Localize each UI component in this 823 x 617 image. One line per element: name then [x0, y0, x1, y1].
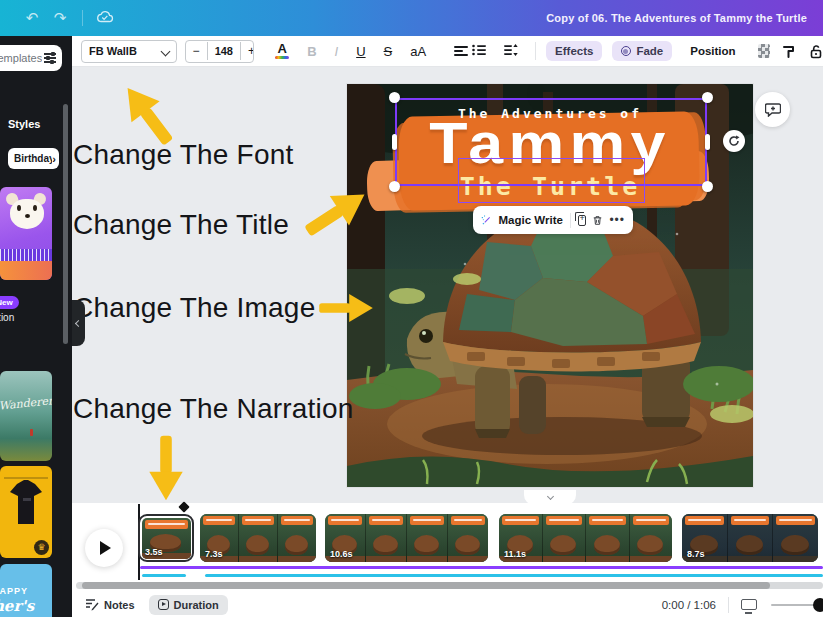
templates-search-input[interactable]: Templates: [0, 45, 62, 71]
font-size-value[interactable]: 148: [207, 42, 241, 60]
resize-handle-top-left[interactable]: [389, 92, 400, 103]
frame-title-banner: [203, 516, 235, 525]
frame-turtle: [373, 535, 398, 555]
frame-turtle: [594, 535, 620, 555]
playhead-marker[interactable]: [178, 501, 189, 512]
trash-icon[interactable]: [593, 214, 602, 227]
timeline-scrollbar: [76, 582, 823, 589]
frame-title-banner: [776, 516, 815, 525]
filter-sliders-icon[interactable]: [44, 51, 56, 65]
bottombar-divider: [728, 597, 729, 613]
more-options-button[interactable]: •••: [609, 213, 625, 227]
notes-icon: [85, 598, 99, 611]
template-caption-line: ady: [0, 326, 62, 337]
video-canvas[interactable]: The Adventures of Tammy The Turtle Magic…: [347, 84, 753, 487]
timeline-panel: 3.5s7.3s10.6s11.1s8.7s: [72, 503, 823, 592]
frame-title-banner: [731, 516, 770, 525]
bold-button[interactable]: B: [300, 41, 323, 62]
position-button[interactable]: Position: [682, 41, 743, 61]
clip-frame: [543, 514, 587, 562]
transparency-icon[interactable]: [758, 44, 770, 58]
underline-button[interactable]: U: [349, 41, 372, 62]
fade-button[interactable]: Fade: [612, 41, 672, 61]
text-color-button[interactable]: A: [268, 40, 296, 62]
tshirt-graphic: [0, 476, 52, 536]
strikethrough-button[interactable]: S: [377, 41, 400, 62]
resize-handle-bottom-right[interactable]: [702, 181, 713, 192]
sync-rotate-button[interactable]: [723, 130, 745, 152]
effects-button[interactable]: Effects: [546, 41, 602, 61]
audio-track-segment[interactable]: [142, 574, 186, 577]
timeline-clip[interactable]: 10.6s: [325, 514, 488, 562]
resize-handle-right[interactable]: [705, 134, 710, 150]
styles-label: Styles: [8, 118, 40, 130]
frame-title-banner: [242, 516, 274, 525]
font-size-increase-button[interactable]: +: [241, 44, 254, 58]
clip-duration: 11.1s: [504, 549, 526, 559]
timeline-clip[interactable]: 3.5s: [138, 514, 194, 562]
frame-title-banner: [281, 516, 313, 525]
sidebar: Templates Styles Birthday › New cription…: [0, 36, 72, 617]
document-title[interactable]: Copy of 06. The Adventures of Tammy the …: [546, 0, 807, 36]
timeline-clip[interactable]: 11.1s: [499, 514, 672, 562]
undo-icon[interactable]: ↶: [18, 9, 46, 27]
fade-icon: [621, 46, 631, 56]
slider-knob[interactable]: [813, 598, 823, 612]
font-name: FB WallB: [89, 45, 137, 57]
frame-turtle: [246, 535, 270, 555]
duplicate-icon[interactable]: [578, 215, 587, 226]
font-selector[interactable]: FB WallB: [81, 40, 177, 63]
frame-title-banner: [145, 520, 188, 529]
clips-row: 3.5s7.3s10.6s11.1s8.7s: [72, 514, 823, 562]
timeline-clip[interactable]: 8.7s: [682, 514, 818, 562]
template-thumbnail-wanderer[interactable]: Wanderer: [0, 371, 52, 461]
audio-waveform: [0, 249, 52, 261]
chevron-down-icon: [162, 45, 169, 57]
frame-title-banner: [328, 516, 362, 525]
text-case-button[interactable]: aA: [403, 41, 433, 62]
pro-crown-icon: ♛: [34, 540, 49, 555]
clip-frame: [448, 514, 488, 562]
frame-title-banner: [685, 516, 724, 525]
italic-button[interactable]: I: [328, 41, 346, 62]
search-placeholder: Templates: [0, 52, 42, 64]
timeline-clip[interactable]: 7.3s: [200, 514, 316, 562]
frame-title-banner: [546, 516, 583, 525]
frame-title-banner: [451, 516, 485, 525]
font-size-decrease-button[interactable]: −: [186, 44, 207, 58]
fullscreen-monitor-icon[interactable]: [741, 599, 757, 610]
sidebar-collapse-button[interactable]: [72, 300, 85, 346]
template-thumbnail-fathers-day[interactable]: HAPPY ther's DAY ♛: [0, 564, 52, 617]
frame-ground: [366, 556, 406, 562]
frame-ground: [543, 556, 586, 562]
lock-icon[interactable]: [809, 44, 823, 59]
list-icon[interactable]: [465, 41, 493, 62]
resize-handle-top-right[interactable]: [702, 92, 713, 103]
audio-track-segment[interactable]: [205, 574, 823, 577]
clip-frame: [407, 514, 448, 562]
duration-button[interactable]: Duration: [149, 595, 228, 615]
magic-write-button[interactable]: Magic Write: [499, 214, 563, 226]
subtitle-selection-box[interactable]: [458, 158, 645, 203]
add-comment-button[interactable]: [755, 92, 790, 127]
template-thumbnail-dog[interactable]: [0, 187, 52, 280]
annotation-change-image: Change The Image: [73, 292, 315, 324]
line-spacing-icon[interactable]: [497, 41, 525, 62]
resize-handle-bottom-left[interactable]: [389, 181, 400, 192]
sidebar-scrollbar[interactable]: [63, 104, 68, 344]
cloud-saved-icon[interactable]: [91, 10, 119, 27]
resize-handle-left[interactable]: [392, 134, 397, 150]
template-thumbnail-tshirt[interactable]: ♛: [0, 466, 52, 558]
clip-duration: 3.5s: [145, 547, 163, 557]
timeline-scrollbar-thumb[interactable]: [82, 582, 770, 589]
annotation-change-font: Change The Font: [73, 139, 293, 171]
notes-button[interactable]: Notes: [85, 598, 135, 611]
video-track-line[interactable]: [140, 566, 823, 569]
redo-icon[interactable]: ↷: [46, 9, 74, 27]
text-align-icon[interactable]: [447, 41, 461, 61]
category-pill-birthday[interactable]: Birthday ›: [8, 148, 59, 169]
copy-style-icon[interactable]: [782, 44, 797, 59]
bottom-bar: Notes Duration 0:00 / 1:06: [72, 592, 823, 617]
timeline-zoom-slider[interactable]: [771, 598, 823, 612]
frame-ground: [278, 556, 316, 562]
